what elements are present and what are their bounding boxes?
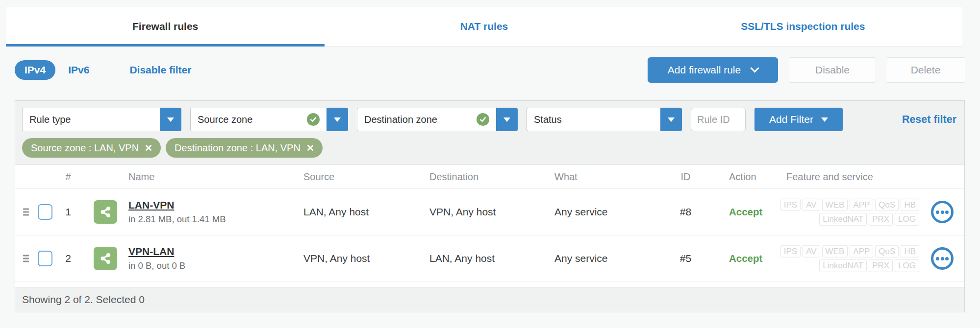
badge-ips: IPS: [780, 245, 801, 258]
status-select[interactable]: Status: [527, 108, 682, 131]
add-firewall-rule-button[interactable]: Add firewall rule: [648, 57, 778, 83]
delete-button[interactable]: Delete: [886, 57, 965, 83]
status-label: Status: [534, 114, 653, 125]
filter-area: Rule type Source zone Destinati: [15, 101, 964, 164]
col-feature-and-service: Feature and service: [786, 171, 873, 183]
source-zone-label: Source zone: [198, 114, 303, 125]
caret-down-icon: [668, 117, 675, 122]
ipv4-toggle[interactable]: IPv4: [15, 60, 55, 80]
chip-label: Destination zone : LAN, VPN: [175, 142, 301, 154]
destination-zone-label: Destination zone: [364, 114, 473, 125]
col-destination: Destination: [429, 171, 478, 183]
table-bottom-gap: [15, 282, 964, 287]
badge-log: LOG: [895, 259, 919, 272]
badge-web: WEB: [822, 199, 848, 211]
col-what: What: [554, 171, 578, 183]
row-checkbox[interactable]: [38, 251, 52, 266]
disable-button[interactable]: Disable: [789, 57, 876, 83]
tab-ssl-tls-inspection-rules[interactable]: SSL/TLS inspection rules: [644, 7, 962, 46]
rule-action: Accept: [729, 206, 762, 218]
caret-down-icon: [334, 117, 341, 122]
dropdown-button[interactable]: [660, 108, 682, 131]
drag-handle-icon[interactable]: [23, 255, 29, 262]
table-row: 1 LAN-VPN in 2.81 MB, out 1.41 MB LAN, A…: [15, 189, 964, 235]
badge-ips: IPS: [780, 199, 801, 211]
rules-panel: Rule type Source zone Destinati: [15, 100, 965, 312]
dropdown-button[interactable]: [327, 108, 348, 131]
dropdown-button[interactable]: [160, 108, 181, 131]
col-index: #: [58, 171, 78, 183]
disable-filter-link[interactable]: Disable filter: [129, 64, 191, 76]
filter-chip-source-zone[interactable]: Source zone : LAN, VPN: [22, 138, 161, 158]
rule-destination: VPN, Any host: [429, 206, 496, 218]
source-zone-select[interactable]: Source zone: [190, 108, 348, 131]
table-header: # Name Source Destination What ID Action…: [15, 164, 964, 189]
table-footer: Showing 2 of 2. Selected 0: [15, 287, 964, 312]
filter-applied-check-icon: [477, 113, 489, 126]
rule-what: Any service: [554, 253, 608, 264]
rule-type-select[interactable]: Rule type: [22, 108, 181, 131]
col-id: ID: [670, 171, 702, 183]
tab-bar: Firewall rules NAT rules SSL/TLS inspect…: [6, 7, 962, 47]
active-filter-chips: Source zone : LAN, VPN Destination zone …: [22, 138, 957, 158]
col-source: Source: [303, 171, 334, 183]
row-index: 1: [58, 206, 78, 218]
rule-id-input[interactable]: [691, 108, 746, 131]
filter-applied-check-icon: [307, 113, 320, 126]
rule-type-label: Rule type: [29, 114, 153, 125]
rule-action: Accept: [729, 253, 762, 264]
badge-av: AV: [803, 199, 820, 211]
badge-hb: HB: [901, 199, 919, 211]
caret-down-icon: [167, 117, 174, 122]
dropdown-button[interactable]: [496, 108, 518, 131]
badge-log: LOG: [895, 213, 919, 225]
rule-destination: LAN, Any host: [429, 253, 495, 264]
tab-label: Firewall rules: [132, 21, 198, 32]
caret-down-icon: [821, 117, 828, 122]
badge-linkednat: LinkedNAT: [819, 259, 867, 272]
rule-what: Any service: [554, 206, 608, 218]
caret-down-icon: [503, 117, 510, 122]
badge-av: AV: [803, 245, 820, 258]
badge-prx: PRX: [869, 213, 893, 225]
filter-chip-destination-zone[interactable]: Destination zone : LAN, VPN: [166, 138, 323, 158]
rule-traffic: in 0 B, out 0 B: [128, 260, 185, 271]
destination-zone-select[interactable]: Destination zone: [357, 108, 518, 131]
row-index: 2: [58, 253, 78, 264]
add-filter-button[interactable]: Add Filter: [754, 108, 843, 131]
rule-source: LAN, Any host: [303, 206, 369, 218]
rule-id: #8: [670, 206, 702, 218]
badge-linkednat: LinkedNAT: [819, 213, 867, 225]
row-more-actions-icon[interactable]: [931, 247, 954, 270]
status-field: Status: [527, 108, 660, 131]
rule-name-link[interactable]: VPN-LAN: [128, 246, 174, 257]
table-row: 2 VPN-LAN in 0 B, out 0 B VPN, Any host …: [15, 235, 964, 282]
ipv6-toggle[interactable]: IPv6: [68, 64, 89, 76]
tab-nat-rules[interactable]: NAT rules: [325, 7, 643, 46]
rule-name-link[interactable]: LAN-VPN: [128, 199, 174, 211]
badge-hb: HB: [901, 245, 919, 258]
showing-summary: Showing 2 of 2. Selected 0: [22, 294, 145, 305]
network-rule-share-icon: [94, 200, 117, 224]
remove-chip-icon[interactable]: [145, 144, 152, 151]
rule-name-cell: LAN-VPN in 2.81 MB, out 1.41 MB: [128, 199, 226, 225]
firewall-rules-page: Firewall rules NAT rules SSL/TLS inspect…: [0, 0, 980, 328]
add-firewall-rule-label: Add firewall rule: [668, 64, 741, 76]
remove-chip-icon[interactable]: [307, 144, 314, 151]
drag-handle-icon[interactable]: [23, 209, 29, 216]
rule-traffic: in 2.81 MB, out 1.41 MB: [128, 214, 226, 225]
tab-label: NAT rules: [460, 21, 508, 32]
chip-label: Source zone : LAN, VPN: [31, 142, 139, 154]
tab-firewall-rules[interactable]: Firewall rules: [6, 7, 325, 46]
chevron-down-icon: [751, 64, 759, 72]
reset-filter-link[interactable]: Reset filter: [902, 114, 957, 126]
rule-type-field: Rule type: [22, 108, 160, 131]
filter-row: Rule type Source zone Destinati: [22, 108, 957, 131]
rule-name-cell: VPN-LAN in 0 B, out 0 B: [128, 246, 185, 271]
source-zone-field: Source zone: [190, 108, 327, 131]
row-checkbox[interactable]: [38, 204, 52, 220]
feature-badges: IPS AV WEB APP QoS HB LinkedNAT PRX LOG: [791, 199, 919, 226]
row-more-actions-icon[interactable]: [931, 201, 954, 223]
badge-qos: QoS: [875, 199, 899, 211]
rule-source: VPN, Any host: [303, 253, 370, 264]
